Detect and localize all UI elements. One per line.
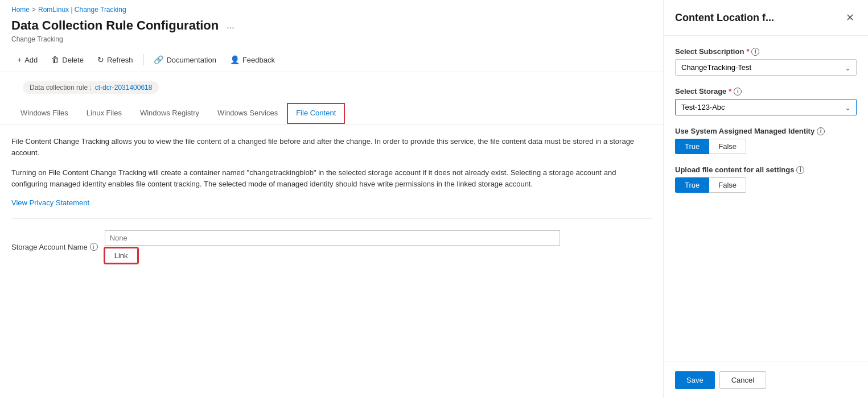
storage-label: Storage Account Name i <box>11 243 98 251</box>
storage-label-text: Storage Account Name <box>11 243 88 251</box>
upload-content-toggle: True False <box>675 177 857 193</box>
delete-label: Delete <box>62 56 84 64</box>
refresh-button[interactable]: ↻ Refresh <box>92 52 139 67</box>
managed-identity-label: Use System Assigned Managed Identity i <box>675 127 857 135</box>
toolbar-separator <box>143 54 143 65</box>
feedback-label: Feedback <box>242 56 275 64</box>
storage-select-wrapper: Test-123-Abc <box>675 99 857 115</box>
feedback-button[interactable]: 👤 Feedback <box>224 52 281 67</box>
documentation-icon: 🔗 <box>154 55 163 64</box>
managed-identity-false-button[interactable]: False <box>709 139 746 154</box>
tab-windows-registry[interactable]: Windows Registry <box>131 103 208 124</box>
storage-required: * <box>729 87 731 96</box>
panel-close-button[interactable]: ✕ <box>844 9 857 26</box>
storage-select[interactable]: Test-123-Abc <box>675 99 857 115</box>
upload-false-button[interactable]: False <box>709 177 746 193</box>
upload-true-button[interactable]: True <box>675 177 709 193</box>
select-storage-field: Select Storage * i Test-123-Abc <box>675 87 857 115</box>
managed-identity-field: Use System Assigned Managed Identity i T… <box>675 127 857 154</box>
content-divider <box>11 218 652 219</box>
upload-info-icon[interactable]: i <box>796 166 804 174</box>
save-button[interactable]: Save <box>675 371 715 389</box>
main-content: Home > RomLinux | Change Tracking Data C… <box>0 0 663 398</box>
storage-account-row: Storage Account Name i Link <box>11 230 652 263</box>
page-subtitle: Change Tracking <box>0 34 663 48</box>
tab-linux-files[interactable]: Linux Files <box>77 103 131 124</box>
description-text-1: File Content Change Tracking allows you … <box>11 136 652 158</box>
breadcrumb: Home > RomLinux | Change Tracking <box>0 0 663 16</box>
subscription-info-icon[interactable]: i <box>751 48 759 56</box>
subscription-select[interactable]: ChangeTracking-Test <box>675 59 857 76</box>
tab-windows-files[interactable]: Windows Files <box>11 103 77 124</box>
storage-field-info-icon[interactable]: i <box>734 88 742 96</box>
tab-file-content[interactable]: File Content <box>287 103 345 124</box>
description-text-2: Turning on File Content Change Tracking … <box>11 167 652 189</box>
delete-icon: 🗑 <box>51 55 59 64</box>
add-button[interactable]: + Add <box>11 52 43 67</box>
tabs-container: Windows Files Linux Files Windows Regist… <box>0 103 663 125</box>
storage-account-input[interactable] <box>105 230 560 246</box>
managed-identity-info-icon[interactable]: i <box>817 127 825 135</box>
panel-footer: Save Cancel <box>664 362 868 398</box>
link-button[interactable]: Link <box>105 248 138 263</box>
upload-content-label: Upload file content for all settings i <box>675 165 857 174</box>
toolbar: + Add 🗑 Delete ↻ Refresh 🔗 Documentation… <box>0 48 663 72</box>
delete-button[interactable]: 🗑 Delete <box>46 52 89 67</box>
breadcrumb-romlinux[interactable]: RomLinux | Change Tracking <box>38 6 126 14</box>
ellipsis-button[interactable]: ... <box>223 19 237 32</box>
breadcrumb-sep1: > <box>32 6 36 14</box>
add-label: Add <box>24 56 38 64</box>
rule-badge: Data collection rule : ct-dcr-2031400618 <box>23 81 159 94</box>
breadcrumb-home[interactable]: Home <box>11 6 30 14</box>
page-title-row: Data Collection Rule Configuration ... <box>0 16 663 34</box>
refresh-label: Refresh <box>107 56 133 64</box>
privacy-statement-link[interactable]: View Privacy Statement <box>11 198 89 207</box>
page-title: Data Collection Rule Configuration <box>11 18 219 33</box>
panel-body: Select Subscription * i ChangeTracking-T… <box>664 36 868 362</box>
add-icon: + <box>17 55 22 64</box>
subscription-required: * <box>746 47 749 56</box>
storage-field-label: Select Storage * i <box>675 87 857 96</box>
managed-identity-true-button[interactable]: True <box>675 139 709 154</box>
storage-info-icon[interactable]: i <box>90 243 98 251</box>
select-subscription-field: Select Subscription * i ChangeTracking-T… <box>675 47 857 76</box>
cancel-button[interactable]: Cancel <box>719 371 766 389</box>
rule-badge-value: ct-dcr-2031400618 <box>95 84 153 92</box>
rule-badge-prefix: Data collection rule : <box>30 84 92 92</box>
feedback-icon: 👤 <box>230 55 240 64</box>
documentation-button[interactable]: 🔗 Documentation <box>148 52 221 67</box>
subscription-select-wrapper: ChangeTracking-Test <box>675 59 857 76</box>
tab-windows-services[interactable]: Windows Services <box>208 103 287 124</box>
documentation-label: Documentation <box>166 56 216 64</box>
upload-content-field: Upload file content for all settings i T… <box>675 165 857 193</box>
subscription-label: Select Subscription * i <box>675 47 857 56</box>
content-area: File Content Change Tracking allows you … <box>0 125 663 275</box>
refresh-icon: ↻ <box>97 55 104 64</box>
right-panel: Content Location f... ✕ Select Subscript… <box>663 0 868 398</box>
panel-title: Content Location f... <box>675 12 774 24</box>
panel-header: Content Location f... ✕ <box>664 0 868 36</box>
managed-identity-toggle: True False <box>675 139 857 154</box>
